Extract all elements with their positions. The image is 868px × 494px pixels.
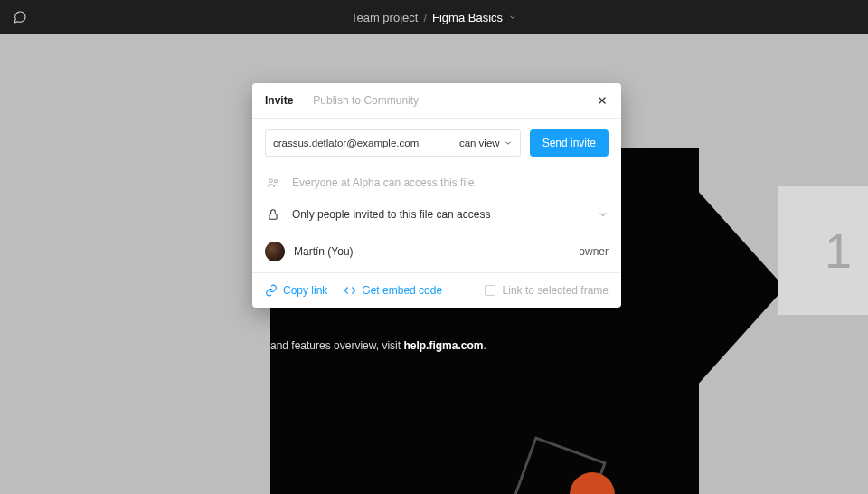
access-scope-text: Only people invited to this file can acc… (292, 208, 587, 221)
copy-link-label: Copy link (283, 284, 327, 297)
email-field[interactable]: crassus.detlator@example.com can view (265, 129, 521, 157)
link-to-frame-label: Link to selected frame (503, 284, 609, 297)
link-icon (265, 284, 278, 297)
user-role: owner (579, 245, 609, 258)
tab-publish-community[interactable]: Publish to Community (313, 94, 419, 107)
right-number-card: 1 (778, 186, 868, 315)
user-row: Martín (You) owner (252, 231, 621, 272)
banner-arrow-icon (696, 189, 785, 386)
link-to-frame-toggle[interactable]: Link to selected frame (485, 284, 609, 297)
send-invite-button[interactable]: Send invite (530, 129, 609, 157)
org-access-row: Everyone at Alpha can access this file. (252, 167, 621, 198)
people-icon (265, 176, 281, 189)
tab-invite[interactable]: Invite (265, 94, 293, 107)
right-card-number: 1 (825, 223, 852, 279)
email-value: crassus.detlator@example.com (273, 138, 459, 148)
checkbox-icon (485, 285, 495, 296)
app-topbar: Team project / Figma Basics (0, 0, 868, 34)
modal-header: Invite Publish to Community (252, 83, 621, 119)
org-access-text: Everyone at Alpha can access this file. (292, 176, 609, 189)
chevron-down-icon[interactable] (508, 13, 517, 22)
banner-help-text: and features overview, visit help.figma.… (270, 339, 486, 352)
permission-label: can view (459, 138, 500, 148)
avatar (265, 242, 285, 261)
chevron-down-icon (598, 209, 609, 220)
close-icon[interactable] (596, 94, 609, 107)
invite-row: crassus.detlator@example.com can view Se… (252, 119, 621, 167)
code-icon (344, 284, 356, 297)
breadcrumb: Team project / Figma Basics (351, 11, 517, 24)
embed-code-label: Get embed code (362, 284, 442, 297)
lock-icon (265, 207, 281, 222)
comment-icon[interactable] (13, 10, 27, 24)
copy-link-button[interactable]: Copy link (265, 284, 327, 297)
help-text-prefix: and features overview, visit (270, 339, 403, 352)
permission-dropdown[interactable]: can view (459, 138, 513, 148)
project-name[interactable]: Team project (351, 11, 418, 24)
access-scope-row[interactable]: Only people invited to this file can acc… (252, 198, 621, 231)
help-domain: help.figma.com (403, 339, 483, 352)
help-text-suffix: . (483, 339, 486, 352)
file-name[interactable]: Figma Basics (432, 11, 503, 24)
breadcrumb-separator: / (423, 11, 427, 24)
user-name: Martín (You) (294, 245, 570, 258)
svg-point-3 (274, 180, 277, 183)
svg-point-2 (269, 179, 273, 183)
modal-tabs: Invite Publish to Community (265, 94, 419, 107)
share-modal: Invite Publish to Community crassus.detl… (252, 83, 621, 308)
embed-code-button[interactable]: Get embed code (344, 284, 442, 297)
modal-footer: Copy link Get embed code Link to selecte… (252, 272, 621, 308)
svg-rect-4 (269, 214, 277, 219)
